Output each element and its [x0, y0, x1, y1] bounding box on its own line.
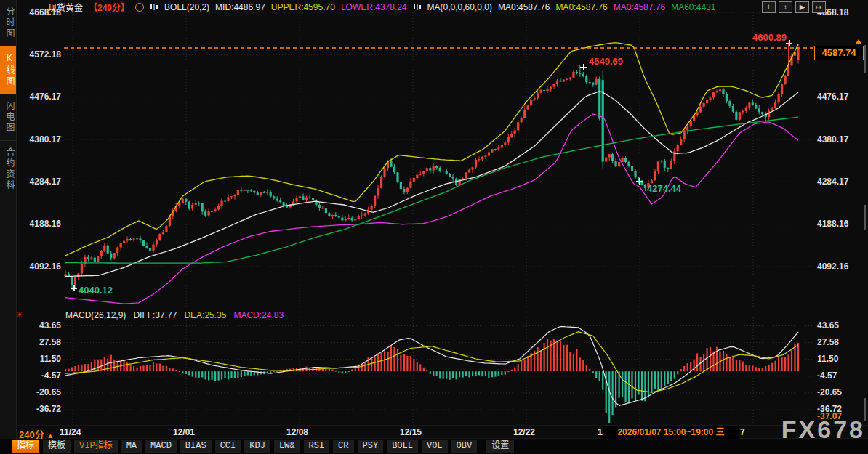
indicator-header: 现货黄金 【240分】 BOLL(20,2) MID:4486.97 UPPER…	[48, 1, 716, 12]
tab-template[interactable]: 模板	[43, 440, 71, 453]
y-axis-label: 4572.18	[16, 49, 61, 60]
boll-upper-value: UPPER:4595.70	[271, 2, 335, 12]
macd-axis-label: 11.50	[16, 354, 61, 365]
tab-lwr[interactable]: LW&	[274, 440, 300, 453]
boll-lower-value: LOWER:4378.24	[341, 2, 407, 12]
tab-obv[interactable]: OBV	[451, 440, 478, 453]
instrument-title: 现货黄金	[48, 1, 83, 13]
macd-dea-value: DEA:25.35	[184, 310, 226, 320]
x-axis-label: 12/22	[513, 427, 535, 437]
y-axis-label-right: 4284.17	[817, 177, 865, 187]
x-axis-label: 11/24	[60, 427, 81, 437]
scroll-play-icon[interactable]: ▶	[795, 1, 809, 13]
tab-boll[interactable]: BOLL	[387, 440, 418, 453]
pan-right-icon[interactable]: ↦	[812, 1, 826, 13]
y-axis-label: 4476.17	[16, 92, 61, 102]
y-axis-label: 4188.16	[16, 219, 61, 230]
x-axis-label-partial: 1	[598, 427, 603, 437]
period-label: 【240分】	[89, 1, 129, 13]
macd-extreme-label: -37.07	[817, 411, 842, 421]
chart-tool-buttons: + ↕ ▶ ↦	[762, 1, 826, 13]
tab-settings[interactable]: 设置	[486, 440, 514, 453]
swing-high-label: 4549.69	[589, 56, 623, 67]
sidebar: 分时图 K线图 闪电图 合约资料	[0, 0, 17, 439]
x-axis-label: 12/15	[400, 427, 422, 437]
tab-rsi[interactable]: RSI	[304, 440, 330, 453]
sidebar-item-time-chart[interactable]: 分时图	[0, 0, 16, 46]
macd-axis-label: -36.72	[16, 404, 61, 415]
y-axis-label: 4092.16	[16, 262, 61, 272]
ma0-value-1: MA0:4587.76	[498, 2, 550, 12]
price-arrow-icon	[855, 39, 862, 44]
macd-axis-label-right: -4.57	[817, 370, 865, 381]
ma-label: MA(0,0,0,60,0,0)	[427, 2, 492, 12]
indicator-settings-icon[interactable]: ☀	[16, 310, 23, 320]
macd-axis-label-right: 27.58	[817, 337, 865, 348]
current-price-label: 4587.74	[814, 46, 864, 60]
macd-value: MACD:24.83	[233, 310, 284, 320]
collapse-icon[interactable]	[135, 3, 144, 12]
y-axis-label-right: 4188.16	[817, 219, 865, 230]
tab-ma[interactable]: MA	[121, 440, 142, 453]
tab-kdj[interactable]: KDJ	[244, 440, 270, 453]
candle-chart-icon	[150, 3, 158, 12]
macd-axis-label-right: 43.65	[817, 320, 865, 331]
tab-vol[interactable]: VOL	[422, 440, 448, 453]
y-axis-label-right: 4380.17	[817, 134, 865, 145]
scale-axis-icon[interactable]: ↕	[779, 1, 792, 13]
crosshair-icon[interactable]: +	[762, 1, 776, 13]
boll-label: BOLL(20,2)	[164, 2, 209, 12]
sidebar-item-contract-info[interactable]: 合约资料	[0, 141, 16, 198]
swing-marker	[580, 64, 587, 70]
tab-bias[interactable]: BIAS	[180, 440, 212, 453]
tab-psy[interactable]: PSY	[358, 440, 384, 453]
tab-indicator[interactable]: 指标	[12, 440, 39, 453]
x-axis-label: 12/01	[173, 427, 195, 437]
y-axis-label-right: 4092.16	[817, 262, 865, 272]
trading-app-window: 分时图 K线图 闪电图 合约资料 现货黄金 【240分】 BOLL(20,2) …	[0, 0, 868, 454]
ma0-value-2: MA0:4587.76	[555, 2, 607, 12]
macd-diff-value: DIFF:37.77	[133, 310, 177, 320]
sidebar-item-lightning-chart[interactable]: 闪电图	[0, 94, 16, 141]
macd-header: MACD(26,12,9) DIFF:37.77 DEA:25.35 MACD:…	[65, 310, 284, 320]
boll-mid-value: MID:4486.97	[215, 2, 265, 12]
macd-label: MACD(26,12,9)	[65, 310, 126, 320]
ma0-value-3: MA0:4587.76	[614, 2, 665, 12]
candle-chart-icon	[413, 3, 422, 12]
x-axis-label: 12/08	[286, 427, 308, 437]
swing-low-label: 4040.12	[79, 285, 113, 296]
swing-high-label: 4600.89	[752, 32, 787, 43]
x-axis-label-partial: 7	[740, 427, 745, 437]
y-axis-label-right: 4476.17	[817, 92, 865, 102]
macd-axis-label: -20.65	[16, 387, 61, 398]
macd-axis-label-right: 11.50	[817, 354, 865, 365]
swing-low-label: 4274.44	[647, 183, 681, 194]
tab-cci[interactable]: CCI	[215, 440, 241, 453]
ma60-value: MA60:4431	[671, 2, 715, 12]
tab-macd[interactable]: MACD	[145, 440, 177, 453]
swing-marker	[636, 178, 643, 185]
y-axis-label: 4284.17	[16, 177, 61, 187]
swing-marker	[71, 285, 77, 291]
indicator-toolbar: 指标 模板 VIP指标 MA MACD BIAS CCI KDJ LW& RSI…	[0, 439, 868, 454]
chart-canvas[interactable]	[0, 0, 868, 454]
sidebar-item-kline-chart[interactable]: K线图	[0, 46, 16, 94]
swing-marker	[786, 40, 792, 46]
tab-cr[interactable]: CR	[333, 440, 353, 453]
tab-vip-indicator[interactable]: VIP指标	[74, 440, 118, 453]
macd-axis-label: -4.57	[16, 370, 61, 381]
bar-time-tooltip: 2026/01/07 15:00~19:00 三	[603, 426, 739, 439]
macd-axis-label-right: -20.65	[817, 387, 865, 398]
macd-axis-label: 27.58	[16, 337, 61, 348]
macd-axis-label: 43.65	[16, 320, 61, 331]
y-axis-label: 4380.17	[16, 134, 61, 145]
